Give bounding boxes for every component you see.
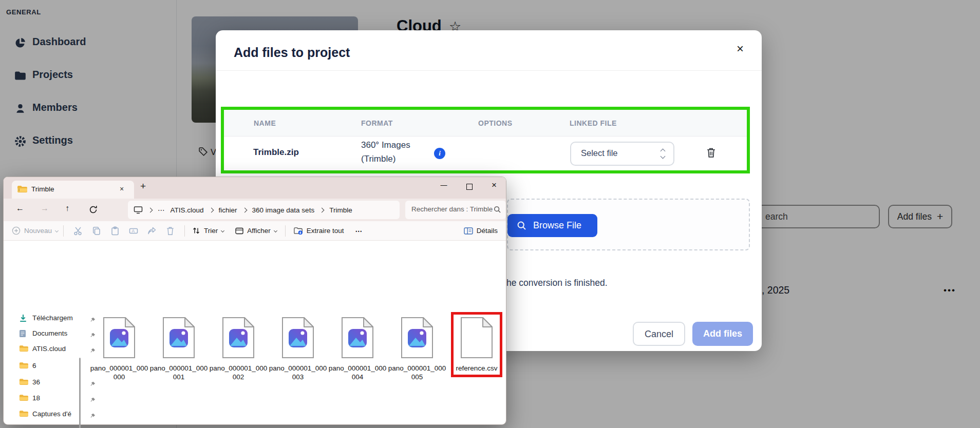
sidebar-item-folder-6[interactable]: 6	[4, 359, 79, 373]
folder-icon	[19, 345, 28, 353]
browse-file-label: Browse File	[533, 220, 581, 231]
file-label: pano_000001_000	[328, 364, 387, 373]
extract-folder-icon	[294, 227, 303, 235]
extract-all-button[interactable]: Extraire tout	[294, 227, 344, 235]
sort-button[interactable]: Trier	[192, 227, 224, 235]
copy-icon[interactable]	[92, 226, 101, 236]
file-item-pano-000000[interactable]: pano_000001_000 000	[89, 317, 149, 381]
cancel-button[interactable]: Cancel	[633, 322, 685, 346]
file-item-pano-000003[interactable]: pano_000001_000 003	[268, 317, 328, 381]
breadcrumb-item[interactable]: fichier	[219, 206, 237, 214]
image-file-icon	[162, 317, 195, 359]
sidebar-item-atis-cloud[interactable]: ATIS.cloud	[4, 342, 79, 356]
explorer-tab-bar: Trimble × + — ×	[4, 177, 506, 199]
table-row: Trimble.zip 360° Images (Trimble) i Sele…	[224, 137, 747, 170]
toolbar-more-icon[interactable]: ⋯	[355, 227, 363, 235]
up-arrow-icon[interactable]: ↑	[65, 204, 69, 213]
explorer-search-input[interactable]: Rechercher dans : Trimble	[405, 201, 506, 219]
image-file-icon	[281, 317, 314, 359]
toolbar-divider	[285, 225, 286, 237]
breadcrumb-separator-icon	[209, 208, 214, 213]
nav-scrollbar[interactable]	[79, 358, 81, 428]
tab-close-icon[interactable]: ×	[120, 185, 124, 193]
sidebar-item-documents[interactable]: Documents	[4, 327, 79, 340]
sidebar-item-screenshots[interactable]: Captures d'é	[4, 407, 79, 421]
nav-item-label: 36	[32, 376, 40, 389]
column-header-options: OPTIONS	[478, 110, 513, 137]
image-file-icon	[103, 317, 136, 359]
refresh-icon[interactable]	[89, 205, 98, 216]
folder-icon	[19, 378, 28, 386]
file-label: 003	[268, 373, 328, 382]
nav-item-label: ATIS.cloud	[32, 342, 66, 356]
new-button[interactable]: Nouveau	[12, 226, 58, 235]
toolbar-divider	[63, 225, 64, 237]
forward-arrow-icon[interactable]: →	[41, 204, 49, 213]
browse-file-button[interactable]: Browse File	[507, 214, 597, 237]
new-tab-icon[interactable]: +	[140, 181, 146, 192]
conversion-note: he conversion is finished.	[506, 278, 608, 288]
new-button-label: Nouveau	[24, 227, 52, 235]
file-name-cell: Trimble.zip	[253, 147, 299, 158]
plus-circle-icon	[12, 226, 21, 235]
sort-arrows-icon	[192, 227, 200, 235]
delete-icon[interactable]	[166, 226, 175, 236]
sidebar-item-downloads[interactable]: Téléchargem	[4, 312, 79, 325]
nav-item-label: Téléchargem	[32, 312, 73, 325]
file-label: pano_000001_000	[268, 364, 328, 373]
details-pane-icon	[464, 227, 473, 235]
image-file-icon	[401, 317, 434, 359]
column-header-format: FORMAT	[361, 110, 393, 137]
file-format-line1: 360° Images	[361, 140, 410, 150]
breadcrumb-item[interactable]: 360 image data sets	[252, 206, 315, 214]
close-icon[interactable]: ×	[737, 42, 744, 56]
monitor-icon	[134, 206, 143, 214]
file-item-pano-000001[interactable]: pano_000001_000 001	[149, 317, 209, 381]
breadcrumb[interactable]: ⋯ ATIS.cloud fichier 360 image data sets…	[128, 201, 400, 219]
column-header-linked-file: LINKED FILE	[570, 110, 617, 137]
explorer-tab[interactable]: Trimble ×	[12, 181, 134, 199]
sidebar-item-folder-18[interactable]: 18	[4, 392, 79, 405]
window-close-icon[interactable]: ×	[488, 180, 500, 190]
layout-icon	[235, 227, 243, 235]
details-pane-label: Détails	[477, 227, 498, 235]
file-item-pano-000002[interactable]: pano_000001_000 002	[209, 317, 268, 381]
window-maximize-icon[interactable]	[466, 184, 473, 190]
svg-text:A: A	[132, 228, 135, 233]
folder-icon	[19, 362, 28, 369]
breadcrumb-item[interactable]: Trimble	[329, 206, 352, 214]
download-icon	[19, 314, 27, 322]
search-icon	[517, 221, 527, 231]
add-files-submit-button[interactable]: Add files	[692, 322, 753, 346]
file-label: pano_000001_000	[387, 364, 447, 373]
share-icon[interactable]	[147, 226, 157, 236]
file-item-pano-000004[interactable]: pano_000001_000 004	[328, 317, 387, 381]
nav-item-label: Documents	[32, 327, 67, 340]
red-annotation-box	[451, 312, 502, 377]
view-button[interactable]: Afficher	[235, 227, 277, 235]
details-pane-button[interactable]: Détails	[464, 227, 498, 235]
explorer-tab-title: Trimble	[31, 185, 54, 193]
breadcrumb-item[interactable]: ATIS.cloud	[171, 206, 204, 214]
rename-icon[interactable]: A	[129, 226, 138, 236]
info-icon[interactable]: i	[434, 148, 445, 159]
files-table-header: NAME FORMAT OPTIONS LINKED FILE	[224, 110, 747, 137]
file-label: 005	[387, 373, 447, 382]
paste-icon[interactable]	[110, 226, 120, 236]
document-icon	[19, 329, 26, 338]
breadcrumb-ellipsis[interactable]: ⋯	[158, 206, 165, 214]
file-item-pano-000005[interactable]: pano_000001_000 005	[387, 317, 447, 381]
file-label: pano_000001_000	[89, 364, 149, 373]
linked-file-select[interactable]: Select file	[570, 142, 674, 166]
file-label: 004	[328, 373, 387, 382]
nav-item-label: Captures d'é	[32, 407, 71, 421]
trash-icon[interactable]	[706, 147, 716, 160]
search-icon	[494, 206, 501, 213]
modal-header-divider	[216, 70, 762, 71]
file-label: 000	[89, 373, 149, 382]
file-explorer-window: Trimble × + — × ← → ↑ ⋯ ATIS.cloud fichi…	[3, 177, 506, 425]
window-minimize-icon[interactable]: —	[438, 181, 450, 189]
sidebar-item-folder-36[interactable]: 36	[4, 376, 79, 389]
cut-icon[interactable]	[73, 226, 83, 236]
back-arrow-icon[interactable]: ←	[16, 204, 24, 213]
